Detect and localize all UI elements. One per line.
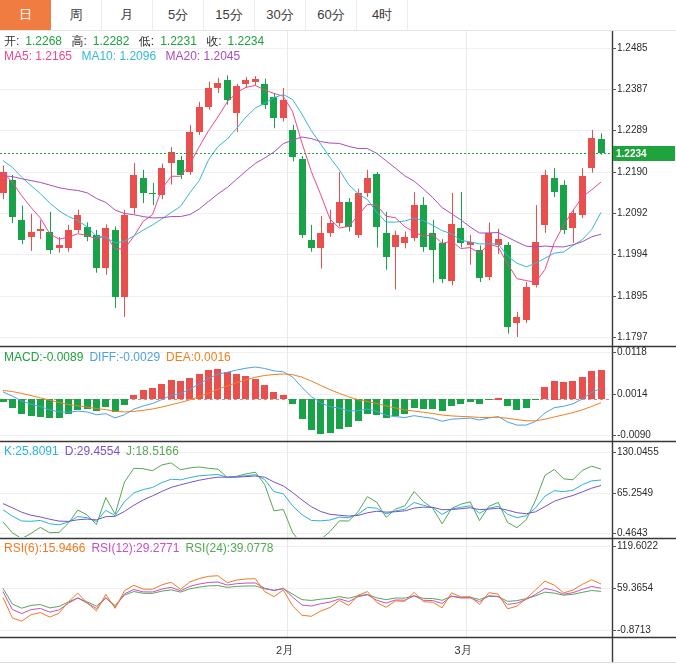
indicator-value-label: 1.2231 xyxy=(160,34,200,48)
indicator-value-label: D:29.4554 xyxy=(65,444,120,458)
indicator-value-label: 1.2282 xyxy=(93,34,133,48)
indicator-value-label: 高: xyxy=(71,34,86,48)
axis-tick-label: -0.8713 xyxy=(617,624,675,635)
indicator-value-label: RSI(12):29.2771 xyxy=(91,541,179,555)
ohlc-header: 开:1.2268 高:1.2282 低:1.2231 收:1.2234 xyxy=(4,33,270,50)
indicator-value-label: DEA:0.0016 xyxy=(166,350,231,364)
indicator-value-label: 1.2234 xyxy=(228,34,265,48)
indicator-value-label: 1.2268 xyxy=(25,34,65,48)
indicator-value-label: DIFF:-0.0029 xyxy=(89,350,160,364)
indicator-value-label: 低: xyxy=(139,34,154,48)
ma-header: MA5: 1.2165 MA10: 1.2096 MA20: 1.2045 xyxy=(4,49,246,63)
rsi-header: RSI(6):15.9466RSI(12):29.2771RSI(24):39.… xyxy=(4,541,280,555)
trading-chart-app: 日周月5分15分30分60分4时 开:1.2268 高:1.2282 低:1.2… xyxy=(0,0,676,668)
tab-5分[interactable]: 5分 xyxy=(153,0,204,30)
indicator-value-label: MACD:-0.0089 xyxy=(4,350,83,364)
tab-15分[interactable]: 15分 xyxy=(204,0,255,30)
timeframe-tabbar: 日周月5分15分30分60分4时 xyxy=(0,0,676,31)
axis-tick-label: 1.1797 xyxy=(617,331,675,342)
axis-tick-label: 1.1994 xyxy=(617,248,675,259)
tab-4时[interactable]: 4时 xyxy=(357,0,408,30)
axis-tick-label: 59.3654 xyxy=(617,582,675,593)
indicator-value-label: MA10: 1.2096 xyxy=(81,49,159,63)
axis-tick-label: -0.0090 xyxy=(617,429,675,440)
indicator-value-label: MA5: 1.2165 xyxy=(4,49,75,63)
indicator-value-label: RSI(6):15.9466 xyxy=(4,541,85,555)
indicator-value-label: RSI(24):39.0778 xyxy=(185,541,273,555)
candlestick-chart-canvas[interactable] xyxy=(0,0,676,668)
axis-tick-label: 0.0014 xyxy=(617,388,675,399)
indicator-value-label: J:18.5166 xyxy=(126,444,179,458)
last-price-tag: 1.2234 xyxy=(613,146,675,161)
axis-tick-label: 130.0455 xyxy=(617,446,675,457)
axis-tick-label: 0.0118 xyxy=(617,346,675,357)
tab-月[interactable]: 月 xyxy=(102,0,153,30)
indicator-value-label: K:25.8091 xyxy=(4,444,59,458)
axis-tick-label: 1.2485 xyxy=(617,42,675,53)
tab-周[interactable]: 周 xyxy=(51,0,102,30)
x-axis-month-label: 2月 xyxy=(276,643,293,658)
indicator-value-label: 开: xyxy=(4,34,19,48)
tab-日[interactable]: 日 xyxy=(0,0,51,30)
indicator-value-label: 收: xyxy=(206,34,221,48)
kdj-header: K:25.8091D:29.4554J:18.5166 xyxy=(4,444,185,458)
x-axis-month-label: 3月 xyxy=(455,643,472,658)
axis-tick-label: 1.1895 xyxy=(617,290,675,301)
axis-tick-label: 1.2387 xyxy=(617,83,675,94)
tab-30分[interactable]: 30分 xyxy=(255,0,306,30)
axis-tick-label: 1.2092 xyxy=(617,207,675,218)
axis-tick-label: 1.2190 xyxy=(617,166,675,177)
axis-tick-label: 1.2289 xyxy=(617,124,675,135)
macd-header: MACD:-0.0089DIFF:-0.0029DEA:0.0016 xyxy=(4,350,237,364)
axis-tick-label: 65.2549 xyxy=(617,487,675,498)
axis-tick-label: 0.4643 xyxy=(617,527,675,538)
axis-tick-label: 119.6022 xyxy=(617,540,675,551)
indicator-value-label: MA20: 1.2045 xyxy=(165,49,240,63)
tab-60分[interactable]: 60分 xyxy=(306,0,357,30)
